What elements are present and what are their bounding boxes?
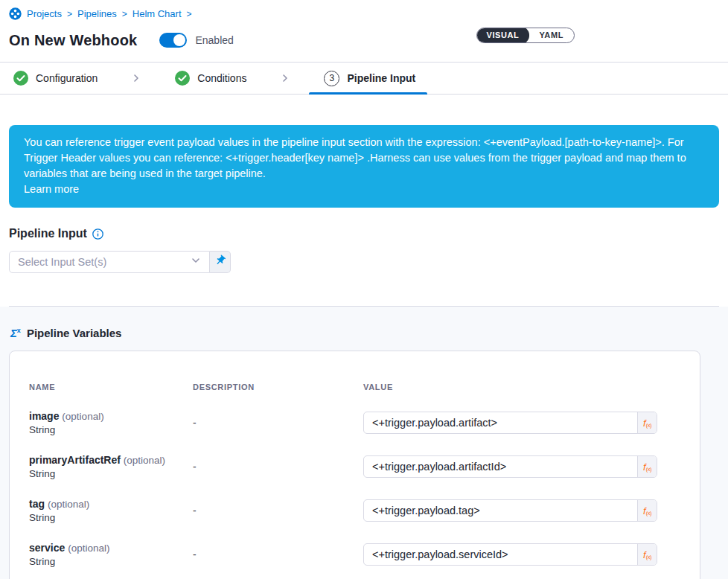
check-circle-icon	[13, 71, 28, 86]
visual-yaml-toggle: VISUAL YAML	[476, 28, 575, 43]
yaml-tab[interactable]: YAML	[529, 28, 574, 43]
breadcrumb-pipelines[interactable]: Pipelines	[77, 8, 117, 19]
wizard-tabbar: Configuration Conditions 3 Pipeline Inpu…	[0, 62, 728, 95]
enabled-toggle[interactable]	[159, 33, 187, 48]
pipeline-input-section: Pipeline Input Select Input Set(s)	[0, 227, 728, 307]
variable-description: -	[193, 505, 363, 516]
variable-type: String	[29, 556, 193, 567]
variable-value-group: f(x)	[363, 455, 657, 478]
input-set-select[interactable]: Select Input Set(s)	[9, 251, 210, 273]
step-number-badge: 3	[324, 71, 339, 86]
variable-name: tag	[29, 498, 45, 510]
expression-fx-button[interactable]: f(x)	[637, 500, 657, 521]
variable-name-cell: image (optional) String	[29, 410, 193, 435]
enabled-label: Enabled	[195, 34, 233, 46]
page-title: On New Webhook	[9, 32, 137, 49]
table-row: service (optional) String - f(x)	[29, 542, 680, 567]
expression-fx-button[interactable]: f(x)	[637, 544, 657, 565]
title-row: On New Webhook Enabled	[9, 30, 719, 51]
breadcrumb-separator: >	[67, 9, 72, 19]
tab-configuration-label: Configuration	[36, 72, 98, 84]
pipeline-input-heading-row: Pipeline Input	[9, 227, 719, 240]
variable-optional-tag: (optional)	[124, 455, 165, 466]
tab-pipeline-input[interactable]: 3 Pipeline Input	[313, 63, 426, 94]
breadcrumb-separator: >	[122, 9, 127, 19]
tab-conditions[interactable]: Conditions	[165, 63, 257, 94]
variable-type: String	[29, 512, 193, 523]
variable-value-input[interactable]	[364, 412, 637, 433]
toggle-knob	[173, 34, 185, 46]
breadcrumb-helm-chart[interactable]: Helm Chart	[132, 8, 182, 19]
harness-project-icon	[9, 7, 22, 20]
variable-value-group: f(x)	[363, 543, 657, 566]
pin-icon	[214, 255, 226, 269]
expression-fx-button[interactable]: f(x)	[637, 456, 657, 477]
variable-description: -	[193, 417, 363, 429]
table-row: tag (optional) String - f(x)	[29, 498, 680, 523]
variable-optional-tag: (optional)	[48, 499, 89, 510]
variable-description: -	[193, 548, 363, 560]
check-circle-icon	[175, 71, 190, 86]
column-header-value: VALUE	[363, 383, 680, 391]
variable-name-cell: service (optional) String	[29, 542, 193, 567]
variable-value-input[interactable]	[364, 500, 637, 521]
sigma-variables-icon: Σx	[10, 327, 21, 339]
variable-name: primaryArtifactRef	[29, 454, 121, 466]
info-icon[interactable]	[92, 228, 103, 240]
input-set-placeholder: Select Input Set(s)	[18, 256, 106, 268]
variable-type: String	[29, 468, 193, 479]
variable-description: -	[193, 461, 363, 473]
expression-fx-button[interactable]: f(x)	[637, 412, 657, 433]
variable-value-group: f(x)	[363, 412, 657, 434]
tab-conditions-label: Conditions	[197, 72, 246, 84]
tab-pipeline-input-label: Pipeline Input	[347, 72, 415, 84]
input-set-row: Select Input Set(s)	[9, 251, 231, 273]
variable-optional-tag: (optional)	[68, 543, 109, 554]
variable-value-input[interactable]	[364, 456, 637, 477]
tab-configuration[interactable]: Configuration	[13, 63, 108, 94]
table-row: primaryArtifactRef (optional) String - f…	[29, 454, 680, 479]
pipeline-variables-card: NAME DESCRIPTION VALUE image (optional) …	[9, 351, 700, 579]
pipeline-variables-heading: Pipeline Variables	[27, 327, 122, 339]
chevron-down-icon	[191, 255, 201, 269]
variable-optional-tag: (optional)	[62, 411, 103, 422]
variable-name: service	[29, 542, 65, 554]
variable-value-group: f(x)	[363, 499, 657, 522]
variable-name-cell: tag (optional) String	[29, 498, 193, 523]
chevron-right-icon	[132, 74, 141, 83]
learn-more-link[interactable]: Learn more	[24, 182, 704, 197]
page-header: Projects > Pipelines > Helm Chart > On N…	[0, 0, 728, 51]
column-header-description: DESCRIPTION	[193, 383, 363, 391]
pipeline-variables-heading-row: Σx Pipeline Variables	[9, 327, 719, 339]
pin-button[interactable]	[210, 251, 231, 273]
visual-tab[interactable]: VISUAL	[476, 28, 530, 43]
info-banner: You can reference trigger event payload …	[9, 125, 719, 208]
breadcrumb: Projects > Pipelines > Helm Chart >	[9, 7, 719, 20]
column-header-name: NAME	[29, 383, 193, 391]
breadcrumb-projects[interactable]: Projects	[27, 8, 62, 19]
variables-table-header: NAME DESCRIPTION VALUE	[29, 383, 680, 391]
breadcrumb-separator: >	[187, 9, 192, 19]
table-row: image (optional) String - f(x)	[29, 410, 680, 435]
info-banner-text: You can reference trigger event payload …	[24, 136, 686, 179]
variable-name-cell: primaryArtifactRef (optional) String	[29, 454, 193, 479]
variable-value-input[interactable]	[364, 544, 637, 565]
pipeline-variables-section: Σx Pipeline Variables NAME DESCRIPTION V…	[0, 307, 728, 579]
variable-name: image	[29, 410, 59, 422]
variable-type: String	[29, 424, 193, 435]
pipeline-input-heading: Pipeline Input	[9, 227, 87, 240]
chevron-right-icon	[281, 74, 290, 83]
